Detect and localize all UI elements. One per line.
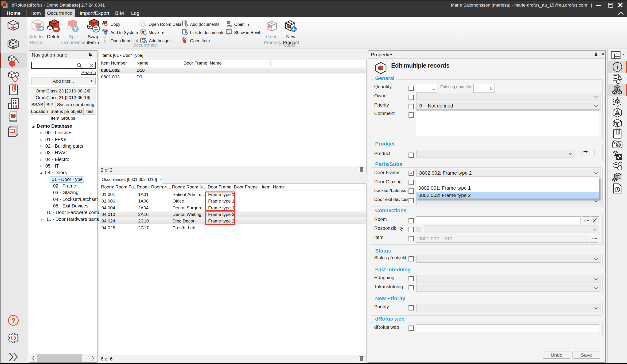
svg-text:R: R [227, 30, 230, 34]
svg-text:?: ? [11, 317, 15, 324]
svg-text:www: www [227, 25, 232, 27]
